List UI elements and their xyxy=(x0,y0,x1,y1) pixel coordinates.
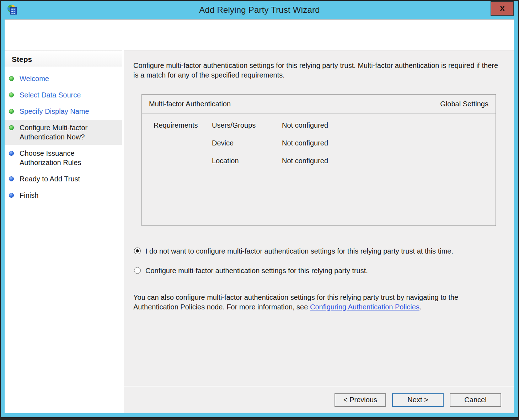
titlebar: Add Relying Party Trust Wizard X xyxy=(1,1,518,19)
close-icon: X xyxy=(500,4,505,13)
sidebar-step-4: Choose Issuance Authorization Rules xyxy=(5,145,122,170)
radio-label: Configure multi-factor authentication se… xyxy=(145,266,368,275)
steps-list: WelcomeSelect Data SourceSpecify Display… xyxy=(5,67,122,203)
green-dot-icon xyxy=(9,125,14,130)
requirements-label: Requirements xyxy=(142,121,212,175)
step-label: Specify Display Name xyxy=(20,107,89,116)
requirement-name: Location xyxy=(212,157,282,175)
page-description: Configure multi-factor authentication se… xyxy=(133,61,503,80)
requirement-value: Not configured xyxy=(282,121,496,139)
radio-option-0[interactable]: I do not want to configure multi-factor … xyxy=(134,247,514,256)
sidebar-step-0[interactable]: Welcome xyxy=(5,71,122,86)
step-label: Select Data Source xyxy=(20,90,81,100)
mfa-panel-title: Multi-factor Authentication xyxy=(149,100,231,108)
step-label: Ready to Add Trust xyxy=(20,174,80,184)
requirement-value: Not configured xyxy=(282,157,496,175)
wizard-page-content: Configure multi-factor authentication se… xyxy=(124,50,514,413)
close-button[interactable]: X xyxy=(491,1,514,16)
requirement-name: Users/Groups xyxy=(212,121,282,139)
sidebar-step-6: Finish xyxy=(5,187,122,203)
requirement-value: Not configured xyxy=(282,139,496,157)
step-label: Finish xyxy=(20,191,38,200)
mfa-requirement-row: Users/GroupsNot configured xyxy=(212,121,496,139)
sidebar-step-2[interactable]: Specify Display Name xyxy=(5,103,122,119)
blue-dot-icon xyxy=(9,151,14,156)
sidebar-step-3: Configure Multi-factor Authentication No… xyxy=(5,120,122,145)
button-bar: < Previous Next > Cancel xyxy=(124,386,514,413)
radio-unselected-icon[interactable] xyxy=(134,267,141,274)
mfa-requirement-row: LocationNot configured xyxy=(212,157,496,175)
green-dot-icon xyxy=(9,92,14,97)
cancel-button[interactable]: Cancel xyxy=(450,393,501,407)
mfa-settings-panel: Multi-factor Authentication Global Setti… xyxy=(141,94,496,226)
mfa-requirement-row: DeviceNot configured xyxy=(212,139,496,157)
requirement-name: Device xyxy=(212,139,282,157)
client-area: Steps WelcomeSelect Data SourceSpecify D… xyxy=(5,19,514,413)
blue-dot-icon xyxy=(9,176,14,181)
next-button[interactable]: Next > xyxy=(392,393,444,407)
sidebar-step-5: Ready to Add Trust xyxy=(5,171,122,187)
green-dot-icon xyxy=(9,109,14,114)
blue-dot-icon xyxy=(9,193,14,198)
configuring-auth-policies-link[interactable]: Configuring Authentication Policies xyxy=(310,303,419,311)
wizard-window: Add Relying Party Trust Wizard X Steps W… xyxy=(0,0,519,418)
green-dot-icon xyxy=(9,76,14,81)
sidebar-step-1[interactable]: Select Data Source xyxy=(5,87,122,103)
footer-note: You can also configure multi-factor auth… xyxy=(133,293,503,312)
radio-selected-icon[interactable] xyxy=(134,248,141,254)
step-label: Configure Multi-factor Authentication No… xyxy=(20,123,107,142)
steps-sidebar: Steps WelcomeSelect Data SourceSpecify D… xyxy=(5,50,122,413)
global-settings-label: Global Settings xyxy=(440,100,488,108)
steps-heading: Steps xyxy=(5,50,122,67)
radio-label: I do not want to configure multi-factor … xyxy=(145,247,453,256)
step-label: Choose Issuance Authorization Rules xyxy=(20,149,107,167)
footer-note-period: . xyxy=(419,303,422,311)
radio-option-1[interactable]: Configure multi-factor authentication se… xyxy=(134,266,514,275)
mfa-rows: Users/GroupsNot configuredDeviceNot conf… xyxy=(212,121,496,175)
mfa-choice-radio-group: I do not want to configure multi-factor … xyxy=(134,247,514,275)
previous-button[interactable]: < Previous xyxy=(335,393,386,407)
step-label: Welcome xyxy=(20,74,49,83)
wizard-header-band xyxy=(5,20,514,49)
window-title: Add Relying Party Trust Wizard xyxy=(1,1,518,19)
